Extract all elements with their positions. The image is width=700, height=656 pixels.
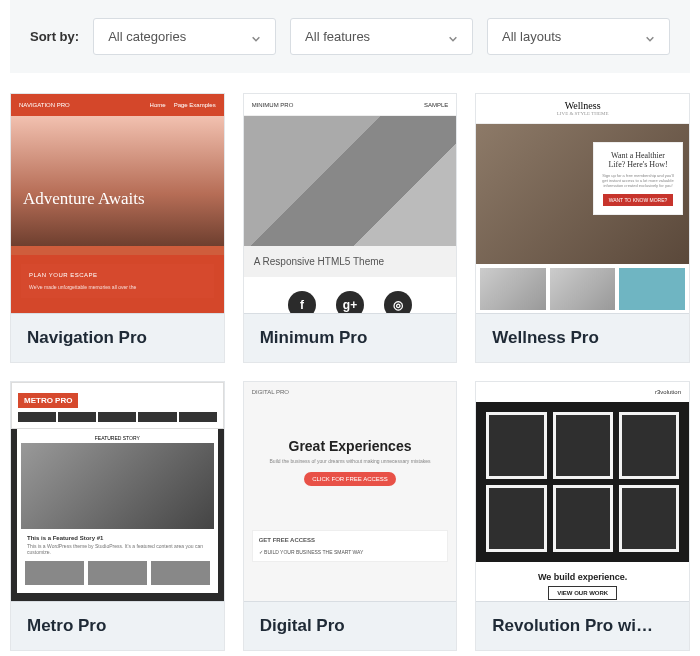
theme-name: Minimum Pro: [260, 328, 441, 348]
categories-value: All categories: [108, 29, 186, 44]
accent-bar: [11, 362, 65, 363]
accent-bar: [244, 362, 298, 363]
theme-title-bar: Digital Pro: [244, 601, 457, 650]
accent-bar: [244, 650, 298, 651]
theme-card-metro-pro[interactable]: METRO PRO FEATURED STORY This is a Featu…: [10, 381, 225, 651]
accent-bar: [476, 362, 530, 363]
filter-bar: Sort by: All categories All features All…: [10, 0, 690, 73]
features-value: All features: [305, 29, 370, 44]
themes-grid: NAVIGATION PROHomePage Examples Adventur…: [10, 93, 690, 651]
theme-title-bar: Navigation Pro: [11, 313, 224, 362]
theme-card-wellness-pro[interactable]: WellnessLIVE & STYLE THEME Want a Health…: [475, 93, 690, 363]
chevron-down-icon: [251, 32, 261, 42]
chevron-down-icon: [448, 32, 458, 42]
theme-title-bar: Revolution Pro wi…: [476, 601, 689, 650]
theme-card-navigation-pro[interactable]: NAVIGATION PROHomePage Examples Adventur…: [10, 93, 225, 363]
sort-label: Sort by:: [30, 29, 79, 44]
accent-bar: [476, 650, 530, 651]
theme-name: Navigation Pro: [27, 328, 208, 348]
theme-name: Metro Pro: [27, 616, 208, 636]
theme-name: Revolution Pro wi…: [492, 616, 673, 636]
theme-card-revolution-pro[interactable]: r3volution We build experience.VIEW OUR …: [475, 381, 690, 651]
theme-name: Wellness Pro: [492, 328, 673, 348]
theme-card-digital-pro[interactable]: DIGITAL PRO Great Experiences Build the …: [243, 381, 458, 651]
layouts-value: All layouts: [502, 29, 561, 44]
theme-name: Digital Pro: [260, 616, 441, 636]
layouts-select[interactable]: All layouts: [487, 18, 670, 55]
theme-card-minimum-pro[interactable]: MINIMUM PROSAMPLE A Responsive HTML5 The…: [243, 93, 458, 363]
theme-title-bar: Minimum Pro: [244, 313, 457, 362]
theme-title-bar: Wellness Pro: [476, 313, 689, 362]
accent-bar: [11, 650, 65, 651]
categories-select[interactable]: All categories: [93, 18, 276, 55]
features-select[interactable]: All features: [290, 18, 473, 55]
theme-title-bar: Metro Pro: [11, 601, 224, 650]
chevron-down-icon: [645, 32, 655, 42]
